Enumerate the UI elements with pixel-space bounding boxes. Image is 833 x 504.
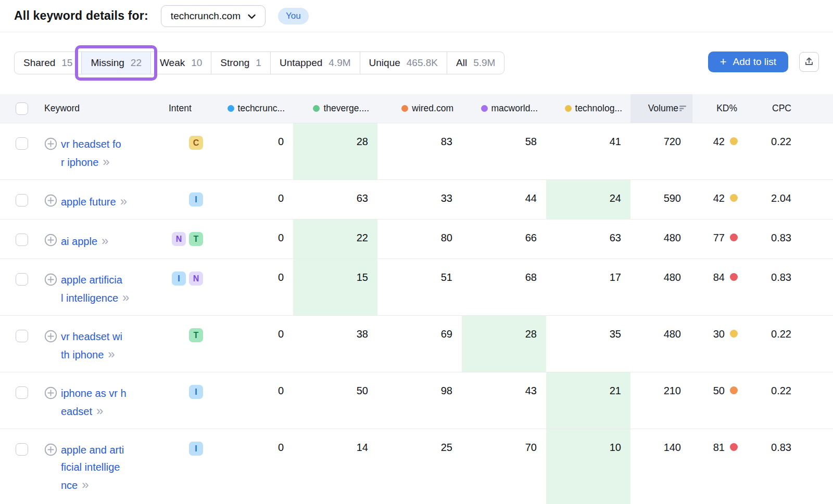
add-keyword-icon[interactable]	[44, 386, 57, 402]
competitor-position-cell: 0	[216, 219, 293, 259]
volume-cell: 480	[630, 259, 692, 315]
domain-selector[interactable]: techcrunch.com	[161, 5, 266, 27]
keyword-link[interactable]: apple and arti ficial intellige nce	[61, 444, 124, 491]
competitor-position-cell: 63	[293, 180, 377, 219]
add-keyword-icon[interactable]	[44, 234, 57, 249]
open-keyword-icon[interactable]: »	[96, 404, 102, 418]
column-header-theverge[interactable]: theverge....	[293, 94, 377, 123]
intent-badge-n: N	[172, 232, 186, 246]
add-keyword-icon[interactable]	[44, 137, 57, 153]
kd-level-dot	[730, 234, 738, 241]
open-keyword-icon[interactable]: »	[108, 347, 113, 361]
column-header-label: Volume	[648, 103, 678, 114]
keyword-text: ai apple»	[61, 232, 107, 250]
kd-value: 81	[713, 442, 725, 454]
keyword-link[interactable]: vr headset fo r iphone	[61, 138, 121, 168]
row-checkbox[interactable]	[16, 386, 28, 399]
filter-tab-untapped[interactable]: Untapped4.9M	[270, 52, 360, 74]
competitor-position-cell: 0	[216, 180, 293, 219]
column-header-kd[interactable]: KD%	[692, 94, 750, 123]
add-keyword-icon[interactable]	[44, 194, 57, 210]
title-bar: All keyword details for: techcrunch.com …	[0, 0, 833, 32]
cpc-cell: 0.83	[750, 219, 812, 259]
kd-value: 50	[713, 385, 725, 397]
column-header-keyword: Keyword	[39, 94, 167, 123]
kd-cell: 84	[692, 259, 750, 315]
page-title: All keyword details for:	[14, 9, 148, 23]
column-header-label: Intent	[169, 103, 192, 114]
add-to-list-button[interactable]: + Add to list	[708, 51, 788, 72]
filter-tab-label: Missing	[91, 57, 124, 69]
column-header-volume[interactable]: Volume	[630, 94, 692, 123]
filter-tab-weak[interactable]: Weak10	[150, 52, 211, 74]
open-keyword-icon[interactable]: »	[82, 477, 87, 492]
row-checkbox-cell	[0, 180, 39, 219]
open-keyword-icon[interactable]: »	[122, 290, 128, 304]
sort-descending-icon	[679, 103, 687, 114]
column-header-macworld[interactable]: macworld...	[462, 94, 546, 123]
table-row: iphone as vr h eadset»I050984321210500.2…	[0, 372, 833, 429]
table-row: apple artificia l intelligence»IN0155168…	[0, 259, 833, 315]
competitor-position-cell: 17	[546, 259, 630, 315]
keyword-link[interactable]: ai apple	[61, 236, 97, 247]
filter-tab-label: Unique	[369, 57, 400, 69]
column-header-technolog[interactable]: technolog...	[546, 94, 630, 123]
select-all-checkbox[interactable]	[16, 102, 28, 115]
cpc-cell: 0.22	[750, 316, 812, 372]
table-row: apple future»I063334424590422.04	[0, 179, 833, 219]
row-checkbox[interactable]	[16, 194, 28, 206]
column-header-wired[interactable]: wired.com	[377, 94, 462, 123]
intent-cell: I	[167, 429, 216, 504]
competitor-position-cell: 83	[377, 123, 462, 179]
header-checkbox-cell	[0, 94, 39, 123]
competitor-position-cell: 50	[293, 372, 377, 429]
keyword-text: apple future»	[61, 192, 126, 211]
kd-level-dot	[730, 330, 738, 338]
volume-cell: 210	[630, 372, 692, 429]
intent-cell: NT	[167, 219, 216, 259]
competitor-position-cell: 44	[462, 180, 546, 219]
filter-tab-count: 5.9M	[473, 57, 495, 69]
row-checkbox[interactable]	[16, 137, 28, 150]
row-checkbox[interactable]	[16, 330, 28, 342]
keyword-link[interactable]: apple future	[61, 196, 116, 208]
spacer-cell	[812, 259, 833, 315]
spacer-cell	[812, 372, 833, 429]
row-checkbox[interactable]	[16, 234, 28, 246]
chevron-down-icon	[248, 10, 256, 22]
volume-cell: 140	[630, 429, 692, 504]
keyword-cell: ai apple»	[39, 219, 167, 259]
add-keyword-icon[interactable]	[44, 330, 57, 345]
open-keyword-icon[interactable]: »	[102, 234, 107, 248]
filter-tab-label: Untapped	[280, 57, 322, 69]
column-header-techcrunch[interactable]: techcrunc...	[216, 94, 293, 123]
keyword-link[interactable]: apple artificia l intelligence	[61, 274, 122, 304]
keyword-cell: vr headset wi th iphone»	[39, 316, 167, 372]
filter-tab-shared[interactable]: Shared15	[15, 52, 81, 74]
competitor-position-cell: 66	[462, 219, 546, 259]
export-button[interactable]	[799, 52, 819, 72]
row-checkbox-cell	[0, 219, 39, 259]
intent-badge-t: T	[189, 232, 203, 246]
row-checkbox[interactable]	[16, 273, 28, 286]
filter-tab-missing[interactable]: Missing22	[81, 52, 150, 74]
row-checkbox[interactable]	[16, 443, 28, 456]
you-badge: You	[278, 8, 309, 24]
column-header-label: theverge....	[323, 103, 369, 114]
cpc-cell: 0.83	[750, 429, 812, 504]
kd-cell: 50	[692, 372, 750, 429]
open-keyword-icon[interactable]: »	[120, 194, 126, 208]
add-keyword-icon[interactable]	[44, 443, 57, 459]
kd-cell: 30	[692, 316, 750, 372]
filter-tab-strong[interactable]: Strong1	[211, 52, 270, 74]
competitor-position-cell: 98	[377, 372, 462, 429]
keyword-link[interactable]: iphone as vr h eadset	[61, 387, 127, 417]
filter-tab-all[interactable]: All5.9M	[447, 52, 504, 74]
competitor-position-cell: 33	[377, 180, 462, 219]
filter-tab-unique[interactable]: Unique465.8K	[360, 52, 447, 74]
column-header-cpc[interactable]: CPC	[750, 94, 812, 123]
open-keyword-icon[interactable]: »	[103, 154, 108, 169]
add-keyword-icon[interactable]	[44, 273, 57, 289]
keyword-text: vr headset wi th iphone»	[61, 328, 122, 364]
filter-tabs: Shared15Missing22Weak10Strong1Untapped4.…	[14, 51, 504, 74]
